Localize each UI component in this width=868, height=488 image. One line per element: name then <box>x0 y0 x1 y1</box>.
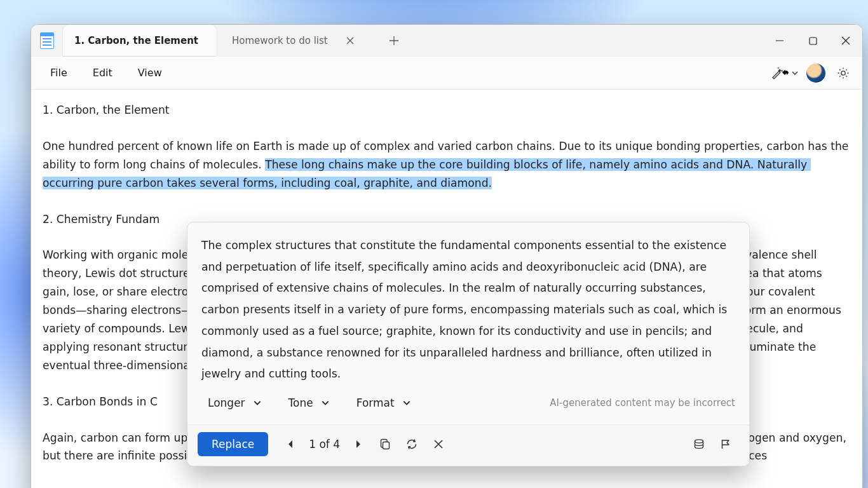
menubar: File Edit View <box>31 57 862 90</box>
close-icon <box>346 37 354 44</box>
chevron-down-icon <box>402 398 411 407</box>
rewrite-action-bar: Replace 1 of 4 <box>187 424 749 466</box>
regenerate-button[interactable] <box>398 431 425 457</box>
previous-suggestion-button[interactable] <box>277 431 304 457</box>
menu-view[interactable]: View <box>125 60 175 85</box>
copy-icon <box>379 438 391 450</box>
maximize-button[interactable] <box>796 25 829 57</box>
tone-option-dropdown[interactable]: Tone <box>282 391 336 414</box>
copy-button[interactable] <box>372 431 398 457</box>
close-window-button[interactable] <box>829 25 862 57</box>
svg-point-3 <box>695 440 703 443</box>
svg-rect-2 <box>383 442 390 449</box>
suggestion-pager: 1 of 4 <box>304 438 345 451</box>
next-suggestion-button[interactable] <box>345 431 372 457</box>
menu-file[interactable]: File <box>37 60 80 85</box>
format-option-dropdown[interactable]: Format <box>350 391 417 414</box>
triangle-right-icon <box>355 440 362 449</box>
window-controls <box>763 25 862 57</box>
length-option-label: Longer <box>208 396 245 409</box>
plus-icon <box>390 36 398 45</box>
ai-rewrite-popup: The complex structures that constitute t… <box>187 222 750 466</box>
titlebar: 1. Carbon, the Element Homework to do li… <box>31 25 862 57</box>
account-avatar[interactable] <box>806 64 825 83</box>
heading-1: 1. Carbon, the Element <box>43 101 851 119</box>
close-icon <box>433 439 444 449</box>
document-tab-active[interactable]: 1. Carbon, the Element <box>63 25 217 57</box>
history-button[interactable] <box>686 431 712 457</box>
tab-title: Homework to do list <box>232 35 328 46</box>
close-icon <box>841 36 850 45</box>
rewrite-options-bar: Longer Tone Format AI-generated content … <box>187 388 749 424</box>
notepad-app-icon <box>40 32 54 49</box>
dismiss-button[interactable] <box>425 431 452 457</box>
chevron-down-icon <box>791 69 799 77</box>
close-tab-button[interactable] <box>342 32 358 49</box>
minimize-icon <box>775 36 784 45</box>
ai-rewrite-button[interactable] <box>767 60 803 86</box>
settings-button[interactable] <box>831 60 856 86</box>
magic-pen-icon <box>771 67 790 79</box>
svg-rect-0 <box>810 37 817 44</box>
menu-edit[interactable]: Edit <box>80 60 125 85</box>
maximize-icon <box>809 37 817 45</box>
app-window: 1. Carbon, the Element Homework to do li… <box>31 24 863 488</box>
feedback-button[interactable] <box>712 431 739 457</box>
tone-option-label: Tone <box>288 396 313 409</box>
tab-title: 1. Carbon, the Element <box>74 35 198 46</box>
gear-icon <box>837 67 850 79</box>
chevron-down-icon <box>321 398 330 407</box>
refresh-icon <box>405 438 418 450</box>
format-option-label: Format <box>356 396 395 409</box>
svg-point-1 <box>841 71 845 74</box>
stack-icon <box>693 438 705 450</box>
paragraph: One hundred percent of known life on Ear… <box>43 137 851 193</box>
replace-button[interactable]: Replace <box>198 432 268 456</box>
length-option-dropdown[interactable]: Longer <box>201 391 268 414</box>
ai-suggestion-text: The complex structures that constitute t… <box>187 222 749 388</box>
flag-icon <box>720 438 731 450</box>
chevron-down-icon <box>253 398 262 407</box>
minimize-button[interactable] <box>763 25 796 57</box>
new-tab-button[interactable] <box>381 27 407 54</box>
triangle-left-icon <box>287 440 294 449</box>
ai-disclaimer: AI-generated content may be incorrect <box>550 397 735 409</box>
document-tab[interactable]: Homework to do list <box>220 25 377 57</box>
